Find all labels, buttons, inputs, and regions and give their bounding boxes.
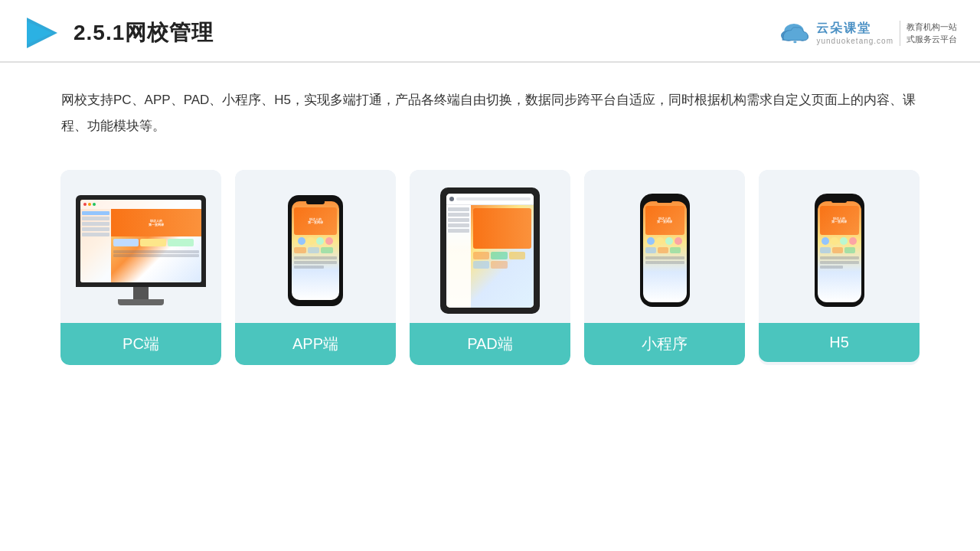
svg-point-10 [794, 41, 797, 44]
cloud-brand-icon [778, 22, 810, 44]
card-miniprogram-image: 职达人的第一堂网课 [584, 170, 745, 323]
card-app-image: 职达人的第一堂网课 [235, 170, 396, 323]
card-pad: PAD端 [410, 170, 570, 365]
brand-slogan-line1: 教育机构一站 [906, 21, 957, 34]
phone-h5-icon: 职达人的第一堂网课 [815, 194, 864, 307]
header-left: 2.5.1网校管理 [23, 14, 214, 52]
page-title: 2.5.1网校管理 [74, 18, 214, 47]
header: 2.5.1网校管理 云朵课堂 yunduoketang.com 教育机构一站 [0, 0, 980, 63]
header-right: 云朵课堂 yunduoketang.com 教育机构一站 式服务云平台 [778, 21, 957, 46]
brand-name: 云朵课堂 [816, 21, 893, 37]
card-pc: 职达人的第一堂网课 [60, 170, 221, 365]
card-pc-label: PC端 [60, 323, 221, 365]
brand-slogan-box: 教育机构一站 式服务云平台 [900, 21, 957, 46]
logo-arrow-icon [23, 14, 61, 52]
card-app-label: APP端 [235, 323, 396, 365]
brand-slogan-line2: 式服务云平台 [906, 33, 957, 46]
pc-monitor-icon: 职达人的第一堂网课 [76, 195, 206, 305]
tablet-pad-icon [440, 187, 540, 314]
card-h5-label: H5 [759, 323, 920, 362]
card-pad-image [410, 170, 570, 323]
brand-url: yunduoketang.com [816, 37, 893, 45]
card-pc-image: 职达人的第一堂网课 [60, 170, 221, 323]
description-text: 网校支持PC、APP、PAD、小程序、H5，实现多端打通，产品各终端自由切换，数… [0, 63, 980, 155]
phone-miniprogram-icon: 职达人的第一堂网课 [640, 194, 690, 307]
card-miniprogram-label: 小程序 [584, 323, 745, 365]
cards-container: 职达人的第一堂网课 [0, 155, 980, 380]
card-pad-label: PAD端 [410, 323, 570, 365]
brand-text: 云朵课堂 yunduoketang.com [816, 21, 893, 45]
card-app: 职达人的第一堂网课 [235, 170, 396, 365]
card-miniprogram: 职达人的第一堂网课 [584, 170, 745, 365]
phone-app-icon: 职达人的第一堂网课 [288, 195, 343, 306]
card-h5: 职达人的第一堂网课 [759, 170, 920, 365]
card-h5-image: 职达人的第一堂网课 [759, 170, 920, 323]
